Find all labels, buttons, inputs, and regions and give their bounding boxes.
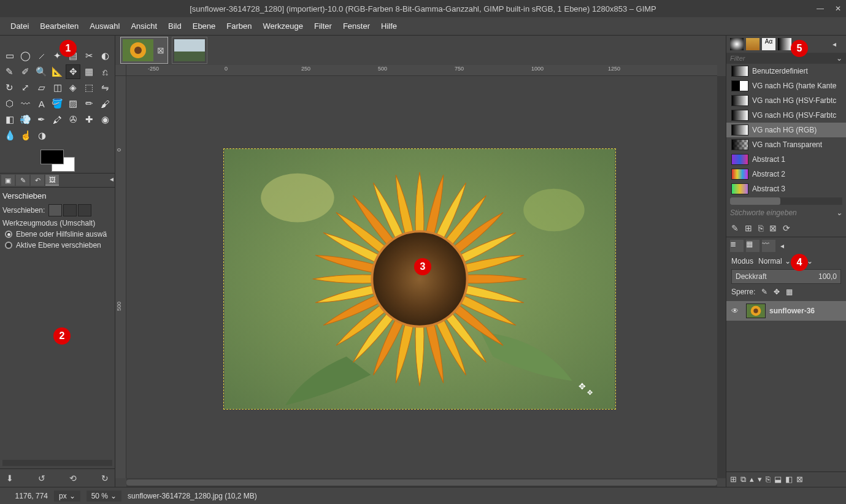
tab-patterns[interactable] — [746, 38, 759, 50]
lock-position-icon[interactable]: ✥ — [774, 288, 780, 296]
tool-rect-select[interactable]: ▭ — [2, 48, 17, 63]
tags-input[interactable]: Stichworte eingeben — [730, 208, 797, 217]
tool-scale[interactable]: ⤢ — [18, 80, 33, 95]
tool-flip[interactable]: ⇋ — [98, 80, 112, 95]
menu-farben[interactable]: Farben — [221, 21, 257, 31]
vertical-scrollbar[interactable] — [717, 76, 726, 478]
tool-crop[interactable]: ⎌ — [98, 64, 112, 79]
menu-ebene[interactable]: Ebene — [187, 21, 221, 31]
tool-move[interactable]: ✥ — [66, 64, 80, 79]
opacity-slider[interactable]: Deckkraft 100,0 — [731, 269, 841, 284]
menu-bild[interactable]: Bild — [163, 21, 187, 31]
tool-paintbrush[interactable]: 🖌 — [98, 96, 112, 111]
tab-fonts[interactable]: Aα — [762, 38, 775, 50]
tab-history[interactable]: ↶ — [31, 175, 44, 186]
del-layer-icon[interactable]: ⊠ — [796, 475, 803, 484]
zoom-dropdown[interactable]: 50 %⌄ — [87, 491, 121, 502]
tab-gradients[interactable] — [778, 38, 791, 50]
gradient-item[interactable]: Abstract 1 — [726, 152, 846, 167]
unit-dropdown[interactable]: px⌄ — [54, 491, 80, 502]
tool-color-picker[interactable]: ✐ — [18, 64, 33, 79]
tool-align[interactable]: ▦ — [82, 64, 96, 79]
canvas-viewport[interactable]: ✥✥ — [126, 76, 717, 478]
gradient-item[interactable]: VG nach HG (HSV-Farbtc — [726, 93, 846, 108]
tool-text[interactable]: A — [34, 96, 49, 111]
gradient-item[interactable]: VG nach HG (HSV-Farbtc — [726, 108, 846, 123]
dock-config-icon-2[interactable]: ◂ — [780, 242, 790, 250]
close-tab-icon[interactable]: ⊠ — [156, 45, 166, 55]
tool-shear[interactable]: ▱ — [34, 80, 49, 95]
restore-preset-icon[interactable]: ↺ — [38, 473, 45, 483]
ruler-vertical[interactable]: 0500 — [115, 76, 126, 478]
radio-active-layer[interactable] — [5, 242, 12, 249]
mode-dropdown[interactable]: Normal ⌄ — [758, 257, 791, 265]
gradient-scrollbar[interactable] — [730, 197, 842, 205]
tool-airbrush[interactable]: 💨 — [18, 112, 33, 127]
tool-zoom[interactable]: 🔍 — [34, 64, 49, 79]
delete-preset-icon[interactable]: ⟲ — [69, 473, 77, 483]
layer-item[interactable]: 👁 sunflower-36 — [726, 301, 846, 321]
tab-tool-options[interactable]: ▣ — [1, 175, 15, 186]
menu-ansicht[interactable]: Ansicht — [125, 21, 163, 31]
dup-layer-icon[interactable]: ⎘ — [766, 475, 771, 484]
tool-warp[interactable]: 〰 — [18, 96, 33, 111]
menu-auswahl[interactable]: Auswahl — [84, 21, 125, 31]
fg-color-swatch[interactable] — [40, 150, 64, 164]
canvas-image[interactable] — [223, 148, 616, 410]
menu-filter[interactable]: Filter — [309, 21, 337, 31]
menu-bearbeiten[interactable]: Bearbeiten — [34, 21, 84, 31]
lock-alpha-icon[interactable]: ▦ — [786, 288, 793, 296]
dock-menu-icon[interactable]: ◂ — [110, 175, 113, 186]
horizontal-scrollbar[interactable] — [126, 478, 717, 487]
tool-gradient[interactable]: ▨ — [66, 96, 80, 111]
gradient-item[interactable]: VG nach Transparent — [726, 137, 846, 152]
tool-handle[interactable]: ⬚ — [82, 80, 96, 95]
menu-fenster[interactable]: Fenster — [337, 21, 375, 31]
tool-cage[interactable]: ⬡ — [2, 96, 17, 111]
image-tab-2[interactable] — [172, 37, 207, 64]
move-mode-path[interactable] — [78, 204, 91, 216]
gradient-item[interactable]: Abstract 2 — [726, 167, 846, 181]
tab-layers[interactable]: ≣ — [730, 240, 744, 252]
gradient-item[interactable]: Benutzerdefiniert — [726, 64, 846, 78]
close-icon[interactable]: ✕ — [835, 4, 841, 13]
tool-scissors[interactable]: ✂ — [82, 48, 96, 63]
tool-measure[interactable]: 📐 — [50, 64, 65, 79]
refresh-gradient-icon[interactable]: ⟳ — [783, 223, 790, 233]
filter-dropdown-icon[interactable]: ⌄ — [836, 54, 842, 63]
reset-preset-icon[interactable]: ↻ — [101, 473, 109, 483]
tool-lasso[interactable]: ⟋ — [34, 48, 49, 63]
save-preset-icon[interactable]: ⬇ — [6, 473, 13, 483]
gradient-item[interactable]: VG nach HG (RGB) — [726, 123, 846, 137]
tool-dodge[interactable]: ◑ — [34, 128, 49, 143]
dock-config-icon[interactable]: ◂ — [833, 40, 842, 48]
tool-smudge[interactable]: ☝ — [18, 128, 33, 143]
raise-layer-icon[interactable]: ▴ — [750, 475, 754, 484]
menu-werkzeuge[interactable]: Werkzeuge — [258, 21, 309, 31]
tool-pclone[interactable]: ◉ — [98, 112, 112, 127]
tool-ink[interactable]: ✒ — [34, 112, 49, 127]
move-mode-layer[interactable] — [48, 204, 62, 216]
tab-channels[interactable]: ▦ — [746, 240, 759, 252]
tool-eraser[interactable]: ◧ — [2, 112, 17, 127]
edit-gradient-icon[interactable]: ✎ — [731, 223, 739, 233]
image-tab-sunflower[interactable]: ⊠ — [120, 37, 168, 64]
radio-pick-layer[interactable] — [5, 231, 12, 238]
tab-paths[interactable]: 〰 — [762, 240, 775, 252]
menu-datei[interactable]: Datei — [5, 21, 34, 31]
tool-pencil[interactable]: ✏ — [82, 96, 96, 111]
tool-perspective[interactable]: ◫ — [50, 80, 65, 95]
gradient-item[interactable]: VG nach HG (harte Kante — [726, 78, 846, 93]
new-layer-icon[interactable]: ⊞ — [730, 475, 737, 484]
lock-pixels-icon[interactable]: ✎ — [761, 288, 767, 296]
dup-gradient-icon[interactable]: ⎘ — [758, 223, 763, 233]
tool-rotate[interactable]: ↻ — [2, 80, 17, 95]
tool-ellipse-select[interactable]: ◯ — [18, 48, 33, 63]
mask-layer-icon[interactable]: ◧ — [785, 475, 793, 484]
tab-images[interactable]: 🖼 — [45, 175, 59, 186]
tool-clone[interactable]: ✇ — [66, 112, 80, 127]
new-gradient-icon[interactable]: ⊞ — [745, 223, 752, 233]
tab-device[interactable]: ✎ — [16, 175, 29, 186]
lower-layer-icon[interactable]: ▾ — [758, 475, 762, 484]
tool-unified[interactable]: ◈ — [66, 80, 80, 95]
